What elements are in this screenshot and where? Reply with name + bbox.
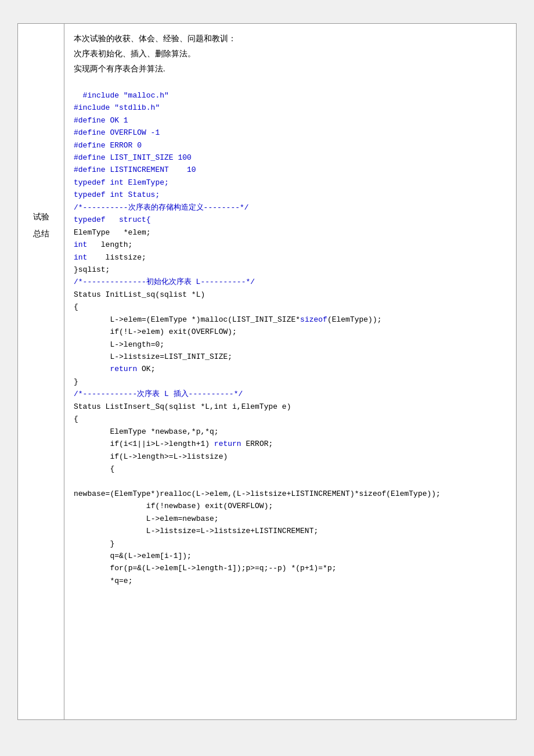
listinsert-update-listsize: L->listsize=L->listsize+LISTINCREMENT; bbox=[74, 527, 318, 535]
typedef-status: typedef int Status; bbox=[74, 190, 160, 199]
initlist-check: if(!L->elem) exit(OVERFLOW); bbox=[74, 327, 237, 336]
listinsert-if-close-brace: } bbox=[74, 539, 114, 548]
initlist-sig: Status InitList_sq(sqlist *L) bbox=[74, 290, 205, 299]
listinsert-check-length: if(L->length>=L->listsize) bbox=[74, 452, 228, 461]
intro-line1: 本次试验的收获、体会、经验、问题和教训： bbox=[74, 32, 507, 46]
include-stdlib: #include "stdlib.h" bbox=[74, 103, 160, 112]
typedef-struct: typedef struct{ bbox=[74, 215, 151, 224]
listinsert-for: for(p=&(L->elem[L->length-1]);p>=q;--p) … bbox=[74, 564, 337, 573]
listinsert-open-brace: { bbox=[74, 415, 78, 423]
initlist-return: return OK; bbox=[74, 365, 155, 373]
define-error: #define ERROR 0 bbox=[74, 141, 142, 150]
intro-line3: 实现两个有序表合并算法. bbox=[74, 62, 507, 76]
listinsert-realloc: newbase=(ElemType*)realloc(L->elem,(L->l… bbox=[74, 489, 441, 498]
include-indent bbox=[74, 91, 83, 100]
intro-line2: 次序表初始化、插入、删除算法。 bbox=[74, 47, 507, 61]
include-malloc: #include "malloc.h" bbox=[83, 91, 169, 100]
typedef-elemtype: typedef int ElemType; bbox=[74, 178, 169, 187]
initlist-listsize: L->listsize=LIST_INIT_SIZE; bbox=[74, 352, 232, 361]
initlist-close-brace: } bbox=[74, 377, 78, 386]
listinsert-sig: Status ListInsert_Sq(sqlist *L,int i,Ele… bbox=[74, 402, 291, 411]
define-overflow: #define OVERFLOW -1 bbox=[74, 128, 160, 137]
listinsert-assign-elem: L->elem=newbase; bbox=[74, 514, 219, 523]
define-ok: #define OK 1 bbox=[74, 116, 128, 125]
page-container: 试验 总结 本次试验的收获、体会、经验、问题和教训： 次序表初始化、插入、删除算… bbox=[17, 23, 517, 720]
listinsert-if-open-brace: { bbox=[74, 465, 114, 473]
define-listincrement: #define LISTINCREMENT 10 bbox=[74, 165, 196, 174]
elemtype-elem: ElemType *elem; bbox=[74, 228, 151, 237]
code-block: #include "malloc.h" #include "stdlib.h" … bbox=[74, 77, 507, 599]
initlist-length: L->length=0; bbox=[74, 340, 164, 349]
define-list-init-size: #define LIST_INIT_SIZE 100 bbox=[74, 153, 192, 162]
content-column: 本次试验的收获、体会、经验、问题和教训： 次序表初始化、插入、删除算法。 实现两… bbox=[64, 24, 516, 719]
comment-listinsert: /*------------次序表 L 插入----------*/ bbox=[74, 390, 243, 398]
kw-int-length: int bbox=[74, 240, 87, 249]
comment-initlist: /*--------------初始化次序表 L----------*/ bbox=[74, 278, 255, 286]
left-label-column: 试验 总结 bbox=[18, 24, 64, 719]
listsize-field: listsize; bbox=[87, 253, 146, 262]
listinsert-check-i: if(i<1||i>L->length+1) return ERROR; bbox=[74, 440, 273, 448]
comment-sqlist-def: /*----------次序表的存储构造定义--------*/ bbox=[74, 203, 249, 212]
initlist-open-brace: { bbox=[74, 303, 78, 311]
listinsert-qe: *q=e; bbox=[74, 577, 132, 585]
initlist-malloc: L->elem=(ElemType *)malloc(LIST_INIT_SIZ… bbox=[74, 315, 382, 324]
sqlist-close: }sqlist; bbox=[74, 265, 110, 274]
label-zongjie: 总结 bbox=[33, 226, 49, 241]
kw-int-listsize: int bbox=[74, 253, 87, 262]
length-field: length; bbox=[87, 240, 132, 249]
label-shiyan: 试验 bbox=[33, 210, 49, 224]
listinsert-newbase-decl: ElemType *newbase,*p,*q; bbox=[74, 427, 219, 436]
listinsert-check-newbase: if(!newbase) exit(OVERFLOW); bbox=[74, 502, 273, 510]
listinsert-q-assign: q=&(L->elem[i-1]); bbox=[74, 552, 192, 560]
